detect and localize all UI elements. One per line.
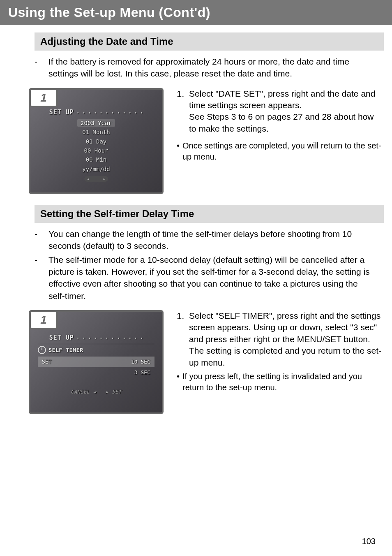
step-number: 1. bbox=[177, 310, 189, 368]
step-text: See Steps 3 to 6 on pages 27 and 28 abou… bbox=[189, 111, 382, 134]
sub-bullet-text: If you press left, the setting is invali… bbox=[182, 371, 382, 393]
screenshot-date-set: 1 SET UP 2003 Year 01 Month 01 Day 00 Ho… bbox=[29, 88, 164, 194]
options-table: SET 10 SEC 3 SEC bbox=[38, 357, 154, 378]
screenshot-self-timer: 1 SET UP SELF TIMER SET 10 SEC 3 SEC bbox=[29, 310, 164, 414]
bullet-block: - If the battery is removed for approxim… bbox=[35, 56, 376, 80]
page-number: 103 bbox=[362, 537, 376, 546]
screenshot-badge: 1 bbox=[29, 88, 58, 107]
page-title: Using the Set-up Menu (Cont'd) bbox=[8, 5, 210, 20]
footer-hints: CANCEL ◄ ► SET bbox=[38, 389, 154, 395]
self-timer-icon bbox=[38, 346, 46, 354]
nav-pill-icon: ◄► bbox=[84, 176, 108, 182]
bullet-dash: - bbox=[35, 228, 48, 252]
section-heading-self-timer: Setting the Self-timer Delay Time bbox=[35, 205, 384, 223]
page-title-bar: Using the Set-up Menu (Cont'd) bbox=[0, 0, 392, 25]
bullet-dash: - bbox=[35, 254, 48, 302]
self-timer-header: SELF TIMER bbox=[38, 344, 154, 354]
bullet-dot: • bbox=[177, 140, 182, 162]
step-text: Select "DATE SET", press right and the d… bbox=[189, 88, 382, 111]
sub-bullet-text: Once settings are completed, you will re… bbox=[182, 140, 382, 162]
step-text: Select "SELF TIMER", press right and the… bbox=[189, 310, 382, 368]
bullet-text: If the battery is removed for approximat… bbox=[48, 56, 376, 80]
step-number: 1. bbox=[177, 88, 189, 134]
bullet-dash: - bbox=[35, 56, 48, 80]
date-list: 2003 Year 01 Month 01 Day 00 Hour 00 Min… bbox=[47, 118, 145, 174]
bullet-text: You can change the length of time the se… bbox=[48, 228, 376, 252]
setup-title: SET UP bbox=[38, 334, 154, 341]
section-heading-date-time: Adjusting the Date and Time bbox=[35, 32, 384, 51]
bullet-dot: • bbox=[177, 371, 182, 393]
bullet-block: - You can change the length of time the … bbox=[35, 228, 376, 302]
bullet-text: The self-timer mode for a 10-second dela… bbox=[48, 254, 376, 302]
screenshot-badge: 1 bbox=[29, 310, 58, 329]
setup-title: SET UP bbox=[47, 109, 145, 116]
